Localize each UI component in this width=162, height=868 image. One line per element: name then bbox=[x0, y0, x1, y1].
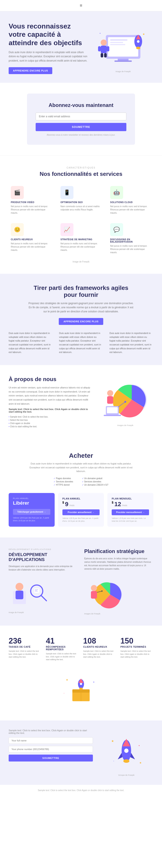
svg-text:★: ★ bbox=[142, 33, 145, 36]
feature-icon-4: 📈 bbox=[61, 223, 73, 236]
svg-rect-16 bbox=[104, 53, 107, 58]
features-section: CARACTÉRISTIQUES Nos fonctionnalités et … bbox=[0, 156, 162, 274]
menu-icon[interactable]: ≡ bbox=[80, 3, 82, 8]
stat-number-0: 236 bbox=[9, 637, 42, 646]
annual-plan-note: Valorar 128 $ par des frais par an. À pa… bbox=[62, 517, 100, 522]
stat-number-3: 150 bbox=[121, 637, 154, 646]
monthly-plan-button[interactable]: Procéder mensuellement → bbox=[112, 509, 149, 515]
stat-item-0: 236 TASSES DE CAFÉ Sample text: Click to… bbox=[9, 637, 42, 661]
free-plan-button[interactable]: Télécharger gratuitement → bbox=[13, 509, 50, 515]
free-plan-label: PLAN ANNUEL bbox=[13, 497, 50, 499]
stat-item-1: 41 RÉCOMPENSES REMPORTÉES Sample text: C… bbox=[46, 637, 79, 661]
features-grid: 🎬 PRODUCTION VIDÉO Nel purus in mollis n… bbox=[9, 184, 153, 256]
svg-text:•: • bbox=[64, 692, 64, 694]
contact-form-block: Sample text: Click to select the text bo… bbox=[9, 729, 93, 776]
stat-item-3: 150 PROJETS TERMINÉS Sample text: Click … bbox=[121, 637, 154, 661]
subscribe-note: Abonnez-vous à notre newsletter et recev… bbox=[36, 134, 126, 136]
monthly-price: 12 bbox=[115, 501, 121, 507]
feature-desc-0: Nel purus in mollis nunc sed id tempor. … bbox=[11, 205, 52, 215]
monthly-plan-name: PLAN MENSUEL bbox=[112, 497, 149, 500]
footer-note: Sample text: Click to select the text bo… bbox=[0, 785, 162, 796]
frameworks-title: Tirer parti des frameworks agiles pour f… bbox=[27, 284, 135, 298]
pricing-card-monthly: PLAN MENSUEL $ 12 /mois Procéder mensuel… bbox=[107, 493, 153, 527]
feature-title-1: OPTIMISATION SEO bbox=[61, 201, 101, 204]
contact-note: Sample text: Click to select the text bo… bbox=[9, 729, 93, 734]
about-list-item-2: Click again or double bbox=[9, 422, 91, 425]
stat-label-0: TASSES DE CAFÉ bbox=[9, 646, 42, 648]
svg-text:★: ★ bbox=[139, 761, 142, 764]
stat-label-1: RÉCOMPENSES REMPORTÉES bbox=[46, 646, 79, 651]
frameworks-cta-button[interactable]: APPRENDRE ENCORE PLUS bbox=[59, 318, 103, 325]
svg-line-31 bbox=[41, 596, 46, 601]
appdev-description: Développez une application à la demande … bbox=[9, 565, 78, 571]
svg-text:✦: ✦ bbox=[93, 681, 95, 683]
about-image-credit: Images de Freepik bbox=[97, 424, 153, 427]
appdev-label: DÉVELOPPEMENT D'APPLICATIONS bbox=[9, 548, 78, 551]
svg-point-37 bbox=[91, 585, 97, 591]
about-section: À propos de nous Ut enim ad minim veniam… bbox=[0, 365, 162, 441]
free-plan-name: Libérer bbox=[13, 500, 50, 506]
svg-rect-6 bbox=[110, 44, 125, 45]
pricing-section: Acheter Duis aute irure dolor in reprehe… bbox=[0, 441, 162, 537]
frameworks-col-3: Duis aute irure dolor in reprehenderit i… bbox=[109, 331, 153, 354]
navbar: ≡ bbox=[0, 0, 162, 11]
frameworks-section: Tirer parti des frameworks agiles pour f… bbox=[0, 274, 162, 365]
contact-illustration: ★ ✦ • ★ Groupe de Freepik bbox=[99, 729, 153, 776]
features-label: CARACTÉRISTIQUES bbox=[9, 166, 153, 169]
feature-card-4: 📈 STRATÉGIE DE MARKETING Nel purus in mo… bbox=[58, 221, 104, 256]
contact-name-input[interactable] bbox=[9, 737, 93, 744]
feature-icon-1: 📱 bbox=[61, 186, 73, 199]
svg-point-28 bbox=[15, 583, 23, 591]
stat-label-3: PROJETS TERMINÉS bbox=[121, 646, 154, 648]
pricing-feature-1: Services données bbox=[54, 480, 73, 483]
pricing-title: Acheter bbox=[9, 452, 153, 459]
contact-section: Sample text: Click to select the text bo… bbox=[0, 720, 162, 785]
hero-text-block: Vous reconnaissez votre capacité à attei… bbox=[9, 22, 89, 74]
pricing-feature-4: Services données bbox=[82, 480, 108, 483]
appdev-image-credit: Image de Freepik bbox=[9, 611, 78, 614]
svg-rect-2 bbox=[118, 59, 129, 61]
svg-text:★: ★ bbox=[111, 739, 114, 743]
pricing-feature-0: Pages données bbox=[54, 477, 73, 480]
subscribe-email-input[interactable] bbox=[36, 113, 126, 120]
contact-phone-input[interactable] bbox=[9, 746, 93, 752]
pricing-features-col-2: Un domaine gratuit Services données Un d… bbox=[82, 477, 108, 487]
svg-point-55 bbox=[124, 748, 129, 753]
strategy-description: Épinces du dix-ans arcs scion. In tellus… bbox=[84, 557, 153, 571]
pricing-feature-2: HTTPS donné bbox=[54, 483, 73, 487]
svg-rect-21 bbox=[107, 396, 113, 404]
stats-illustration: ★ ✦ • bbox=[9, 670, 153, 705]
monthly-plan-note: Valorar 1,5 $ par une mois par mois. Le … bbox=[112, 517, 149, 522]
svg-rect-24 bbox=[104, 415, 121, 416]
hero-title: Vous reconnaissez votre capacité à attei… bbox=[9, 22, 89, 47]
hero-section: Vous reconnaissez votre capacité à attei… bbox=[0, 11, 162, 83]
svg-point-48 bbox=[80, 683, 82, 685]
svg-rect-3 bbox=[115, 61, 132, 62]
hero-illustration: ★ ✦ Image de Freepik bbox=[93, 22, 153, 72]
subscribe-box: Abonnez-vous maintenant SOUMETTRE Abonne… bbox=[27, 94, 135, 145]
feature-card-0: 🎬 PRODUCTION VIDÉO Nel purus in mollis n… bbox=[9, 184, 54, 217]
hero-image-credit: Image de Freepik bbox=[93, 70, 153, 72]
feature-title-5: DISCUSSIONS EN BALADODIFFUSION bbox=[110, 238, 151, 243]
hero-cta-button[interactable]: APPRENDRE ENCORE PLUS bbox=[9, 67, 52, 74]
stats-grid: 236 TASSES DE CAFÉ Sample text: Click to… bbox=[9, 637, 153, 661]
svg-point-40 bbox=[101, 590, 103, 592]
svg-marker-56 bbox=[118, 753, 123, 760]
monthly-period: /mois bbox=[122, 504, 127, 506]
annual-plan-name: PLAN ANNUEL bbox=[62, 497, 100, 500]
svg-point-54 bbox=[123, 760, 129, 763]
stat-item-2: 108 CLIENTS HEUREUX Sample text: Click t… bbox=[83, 637, 116, 661]
feature-title-0: PRODUCTION VIDÉO bbox=[11, 201, 52, 204]
feature-card-3: 😊 CLIENTS HEUREUX Nel purus in mollis nu… bbox=[9, 221, 54, 256]
svg-rect-29 bbox=[15, 591, 23, 599]
about-list-item-1: Select the text box bbox=[9, 418, 91, 422]
strategy-title: Planification stratégique bbox=[84, 548, 153, 554]
annual-plan-button[interactable]: Procéder annuellement → bbox=[62, 509, 100, 515]
pricing-features-col-1: Pages données Services données HTTPS don… bbox=[54, 477, 73, 487]
feature-desc-4: Nel purus in mollis nunc sed id tempor. … bbox=[61, 242, 101, 252]
svg-rect-12 bbox=[101, 45, 107, 53]
frameworks-col-2: Duis aute irure dolor in reprehenderit i… bbox=[59, 331, 103, 354]
contact-submit-button[interactable]: SOUMETTRE bbox=[9, 754, 93, 762]
subscribe-submit-button[interactable]: SOUMETTRE bbox=[36, 123, 126, 131]
about-list: Sample text: Click to select the text bo… bbox=[9, 415, 91, 428]
